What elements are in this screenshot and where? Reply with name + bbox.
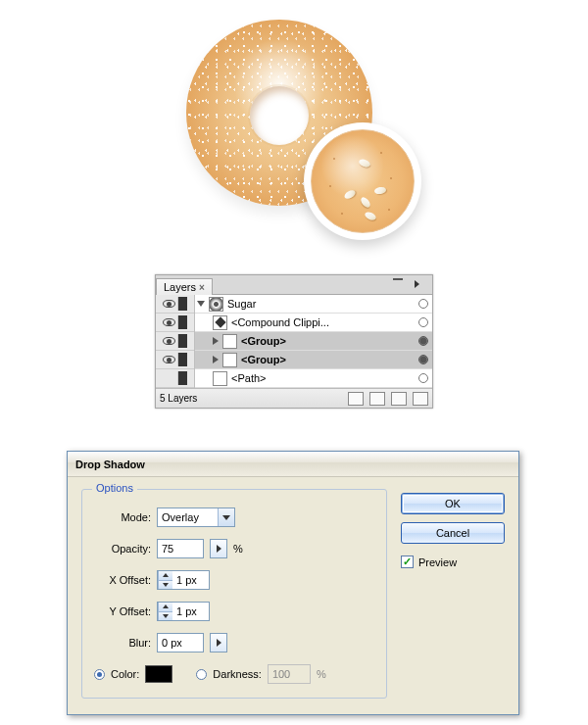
options-fieldset: Options Mode: Overlay Opacity: 75 % X Of… — [81, 489, 387, 699]
magnifier-lens — [311, 129, 415, 233]
lock-cell — [177, 353, 187, 366]
color-radio[interactable] — [94, 669, 105, 680]
ok-button[interactable]: OK — [401, 493, 505, 514]
layer-row-clip[interactable]: <Compound Clippi... — [195, 314, 432, 332]
lock-cell — [177, 297, 187, 311]
opacity-input[interactable]: 75 — [157, 539, 204, 558]
label-xoffset: X Offset: — [94, 574, 151, 586]
xoffset-stepper[interactable]: 1 px — [157, 570, 210, 590]
visibility-column — [156, 295, 195, 388]
target-radio[interactable] — [418, 355, 428, 364]
layer-thumb — [222, 334, 237, 349]
close-icon[interactable]: × — [199, 282, 205, 293]
yoffset-stepper[interactable]: 1 px — [157, 602, 210, 621]
layers-tab-label: Layers — [164, 281, 196, 293]
color-swatch[interactable] — [145, 665, 172, 683]
new-layer-icon[interactable] — [391, 392, 407, 406]
visibility-cell[interactable] — [156, 332, 194, 351]
new-sublayer-icon[interactable] — [369, 392, 385, 406]
visibility-cell[interactable] — [156, 314, 194, 332]
xoffset-spinner[interactable] — [158, 571, 172, 589]
layer-row-group[interactable]: <Group> — [195, 332, 432, 351]
lock-cell — [177, 315, 187, 329]
fieldset-legend: Options — [92, 482, 137, 494]
label-blur: Blur: — [94, 637, 151, 649]
blur-input[interactable]: 0 px — [157, 633, 204, 652]
darkness-value: 100 — [269, 668, 310, 680]
chevron-down-icon[interactable] — [218, 508, 234, 526]
visibility-cell[interactable] — [156, 351, 194, 369]
delete-layer-icon[interactable] — [413, 392, 428, 406]
fleck — [388, 209, 390, 211]
label-darkness: Darkness: — [213, 668, 262, 680]
row-color: Color: Darkness: 100 % — [94, 664, 374, 684]
layer-tree: Sugar <Compound Clippi... <Group> < — [195, 295, 432, 388]
layer-thumb — [213, 315, 227, 330]
row-opacity: Opacity: 75 % — [94, 539, 374, 558]
yoffset-spinner[interactable] — [158, 603, 172, 620]
make-clipping-mask-icon[interactable] — [348, 392, 364, 406]
layers-count-label: 5 Layers — [160, 393, 197, 404]
layer-thumb — [209, 297, 223, 312]
preview-checkbox-row[interactable]: ✓ Preview — [401, 556, 505, 568]
target-radio[interactable] — [418, 299, 428, 309]
disclosure-down-icon[interactable] — [197, 301, 205, 307]
seed-graphic — [373, 186, 386, 195]
ok-label: OK — [445, 498, 461, 509]
disclosure-right-icon[interactable] — [213, 356, 219, 363]
fleck — [390, 177, 392, 179]
layer-label: Sugar — [227, 298, 256, 310]
layer-row-sugar[interactable]: Sugar — [195, 295, 432, 314]
target-radio[interactable] — [418, 317, 428, 327]
layers-tab[interactable]: Layers × — [156, 278, 213, 295]
yoffset-value: 1 px — [172, 605, 209, 617]
mode-value: Overlay — [158, 511, 218, 523]
disclosure-right-icon[interactable] — [213, 337, 219, 345]
xoffset-value: 1 px — [172, 574, 209, 586]
eye-icon — [163, 337, 175, 345]
label-yoffset: Y Offset: — [94, 605, 151, 617]
target-radio[interactable] — [418, 336, 428, 346]
layers-footer: 5 Layers — [156, 388, 432, 408]
preview-checkbox[interactable]: ✓ — [401, 556, 414, 568]
dialog-title: Drop Shadow — [75, 459, 145, 470]
panel-minimize-icon[interactable] — [393, 278, 403, 280]
row-xoffset: X Offset: 1 px — [94, 570, 374, 590]
layer-row-group[interactable]: <Group> — [195, 351, 432, 369]
layer-label: <Group> — [241, 354, 286, 365]
blur-value: 0 px — [158, 637, 203, 649]
layer-row-path[interactable]: <Path> — [195, 369, 432, 388]
seed-graphic — [358, 158, 371, 169]
label-opacity: Opacity: — [94, 543, 151, 555]
eye-icon — [163, 300, 175, 308]
opacity-value: 75 — [158, 543, 203, 555]
layer-label: <Compound Clippi... — [231, 316, 329, 328]
visibility-cell[interactable] — [156, 295, 194, 314]
label-color: Color: — [111, 668, 139, 680]
cancel-label: Cancel — [436, 527, 469, 539]
layer-label: <Group> — [241, 335, 286, 347]
target-radio[interactable] — [418, 373, 428, 383]
row-yoffset: Y Offset: 1 px — [94, 602, 374, 621]
mode-combobox[interactable]: Overlay — [157, 508, 235, 527]
blur-slider-button[interactable] — [210, 633, 227, 652]
row-blur: Blur: 0 px — [94, 633, 374, 652]
donut-hole — [250, 86, 309, 145]
dialog-body: Options Mode: Overlay Opacity: 75 % X Of… — [68, 477, 518, 714]
dialog-titlebar[interactable]: Drop Shadow — [68, 452, 518, 477]
visibility-cell[interactable] — [156, 369, 194, 388]
panel-menu-icon[interactable] — [403, 277, 430, 287]
opacity-slider-button[interactable] — [210, 539, 227, 558]
eye-icon — [163, 318, 175, 326]
seed-graphic — [343, 188, 357, 200]
seed-graphic — [364, 211, 377, 221]
darkness-radio[interactable] — [196, 669, 207, 680]
layer-thumb — [222, 353, 237, 367]
cancel-button[interactable]: Cancel — [401, 522, 505, 544]
darkness-input: 100 — [268, 664, 311, 684]
layer-thumb — [213, 371, 227, 386]
fleck — [333, 158, 335, 160]
fleck — [341, 213, 343, 215]
label-mode: Mode: — [94, 511, 151, 523]
lock-cell — [177, 371, 187, 385]
